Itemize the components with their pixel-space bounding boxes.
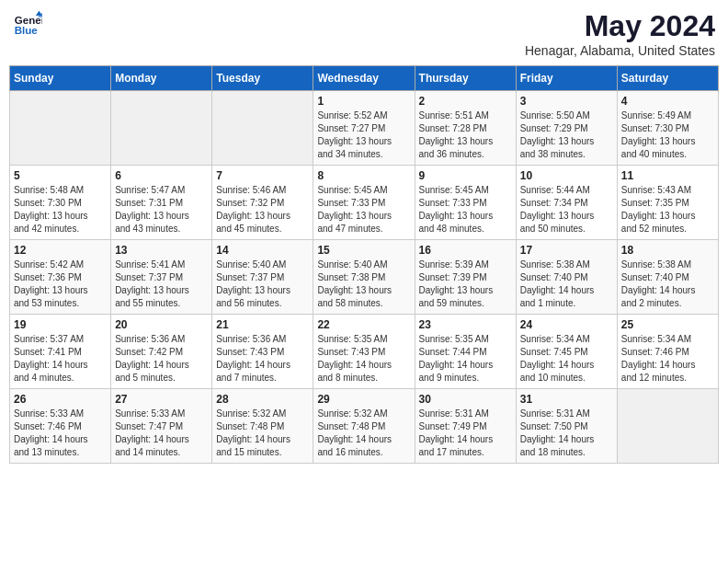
day-number: 16 xyxy=(419,244,512,257)
day-number: 19 xyxy=(14,318,107,331)
calendar-week-row: 19Sunrise: 5:37 AM Sunset: 7:41 PM Dayli… xyxy=(10,315,719,389)
day-number: 9 xyxy=(419,169,512,182)
calendar-cell: 29Sunrise: 5:32 AM Sunset: 7:48 PM Dayli… xyxy=(313,389,415,464)
calendar-cell: 9Sunrise: 5:45 AM Sunset: 7:33 PM Daylig… xyxy=(415,166,516,240)
day-info: Sunrise: 5:33 AM Sunset: 7:47 PM Dayligh… xyxy=(115,408,208,459)
day-info: Sunrise: 5:48 AM Sunset: 7:30 PM Dayligh… xyxy=(14,184,107,236)
day-number: 1 xyxy=(317,95,410,108)
day-number: 26 xyxy=(14,393,107,406)
day-info: Sunrise: 5:36 AM Sunset: 7:42 PM Dayligh… xyxy=(115,333,208,385)
calendar-cell: 31Sunrise: 5:31 AM Sunset: 7:50 PM Dayli… xyxy=(516,389,617,464)
day-info: Sunrise: 5:51 AM Sunset: 7:28 PM Dayligh… xyxy=(419,109,512,161)
day-number: 2 xyxy=(419,95,512,108)
day-number: 24 xyxy=(520,318,613,331)
day-info: Sunrise: 5:45 AM Sunset: 7:33 PM Dayligh… xyxy=(317,184,410,236)
day-info: Sunrise: 5:40 AM Sunset: 7:37 PM Dayligh… xyxy=(216,259,309,310)
calendar-cell: 3Sunrise: 5:50 AM Sunset: 7:29 PM Daylig… xyxy=(516,91,617,166)
title-block: May 2024 Henagar, Alabama, United States xyxy=(525,9,715,58)
calendar-cell: 7Sunrise: 5:46 AM Sunset: 7:32 PM Daylig… xyxy=(212,166,313,240)
day-number: 13 xyxy=(115,244,208,257)
svg-text:Blue: Blue xyxy=(15,25,39,36)
day-number: 5 xyxy=(14,169,107,182)
day-info: Sunrise: 5:45 AM Sunset: 7:33 PM Dayligh… xyxy=(419,184,512,236)
calendar-cell: 27Sunrise: 5:33 AM Sunset: 7:47 PM Dayli… xyxy=(111,389,212,464)
calendar-cell: 20Sunrise: 5:36 AM Sunset: 7:42 PM Dayli… xyxy=(111,315,212,389)
day-number: 11 xyxy=(621,169,714,182)
day-number: 8 xyxy=(317,169,410,182)
day-number: 15 xyxy=(317,244,410,257)
day-number: 18 xyxy=(621,244,714,257)
page-header: General Blue General Blue May 2024 Henag… xyxy=(9,9,719,58)
calendar-cell xyxy=(212,91,313,166)
calendar-cell: 5Sunrise: 5:48 AM Sunset: 7:30 PM Daylig… xyxy=(10,166,111,240)
calendar-week-row: 12Sunrise: 5:42 AM Sunset: 7:36 PM Dayli… xyxy=(10,240,719,315)
day-info: Sunrise: 5:32 AM Sunset: 7:48 PM Dayligh… xyxy=(216,408,309,459)
day-info: Sunrise: 5:40 AM Sunset: 7:38 PM Dayligh… xyxy=(317,259,410,310)
calendar-cell: 1Sunrise: 5:52 AM Sunset: 7:27 PM Daylig… xyxy=(313,91,415,166)
calendar-cell xyxy=(111,91,212,166)
day-info: Sunrise: 5:47 AM Sunset: 7:31 PM Dayligh… xyxy=(115,184,208,236)
calendar-header-row: SundayMondayTuesdayWednesdayThursdayFrid… xyxy=(10,66,719,91)
day-info: Sunrise: 5:49 AM Sunset: 7:30 PM Dayligh… xyxy=(621,109,714,161)
calendar-cell: 6Sunrise: 5:47 AM Sunset: 7:31 PM Daylig… xyxy=(111,166,212,240)
day-info: Sunrise: 5:32 AM Sunset: 7:48 PM Dayligh… xyxy=(317,408,410,459)
calendar-cell: 25Sunrise: 5:34 AM Sunset: 7:46 PM Dayli… xyxy=(617,315,718,389)
weekday-header: Tuesday xyxy=(212,66,313,91)
calendar-cell: 24Sunrise: 5:34 AM Sunset: 7:45 PM Dayli… xyxy=(516,315,617,389)
day-number: 25 xyxy=(621,318,714,331)
day-info: Sunrise: 5:31 AM Sunset: 7:49 PM Dayligh… xyxy=(419,408,512,459)
calendar-cell: 30Sunrise: 5:31 AM Sunset: 7:49 PM Dayli… xyxy=(415,389,516,464)
calendar-cell: 2Sunrise: 5:51 AM Sunset: 7:28 PM Daylig… xyxy=(415,91,516,166)
calendar-cell: 17Sunrise: 5:38 AM Sunset: 7:40 PM Dayli… xyxy=(516,240,617,315)
day-number: 30 xyxy=(419,393,512,406)
calendar-cell: 10Sunrise: 5:44 AM Sunset: 7:34 PM Dayli… xyxy=(516,166,617,240)
day-info: Sunrise: 5:34 AM Sunset: 7:46 PM Dayligh… xyxy=(621,333,714,385)
weekday-header: Saturday xyxy=(617,66,718,91)
day-info: Sunrise: 5:52 AM Sunset: 7:27 PM Dayligh… xyxy=(317,109,410,161)
weekday-header: Wednesday xyxy=(313,66,415,91)
day-number: 31 xyxy=(520,393,613,406)
calendar-week-row: 1Sunrise: 5:52 AM Sunset: 7:27 PM Daylig… xyxy=(10,91,719,166)
calendar-week-row: 5Sunrise: 5:48 AM Sunset: 7:30 PM Daylig… xyxy=(10,166,719,240)
day-number: 12 xyxy=(14,244,107,257)
day-number: 28 xyxy=(216,393,309,406)
calendar-cell: 15Sunrise: 5:40 AM Sunset: 7:38 PM Dayli… xyxy=(313,240,415,315)
day-number: 29 xyxy=(317,393,410,406)
day-number: 10 xyxy=(520,169,613,182)
day-number: 6 xyxy=(115,169,208,182)
weekday-header: Monday xyxy=(111,66,212,91)
calendar-cell: 28Sunrise: 5:32 AM Sunset: 7:48 PM Dayli… xyxy=(212,389,313,464)
calendar-cell: 21Sunrise: 5:36 AM Sunset: 7:43 PM Dayli… xyxy=(212,315,313,389)
calendar-week-row: 26Sunrise: 5:33 AM Sunset: 7:46 PM Dayli… xyxy=(10,389,719,464)
day-info: Sunrise: 5:38 AM Sunset: 7:40 PM Dayligh… xyxy=(520,259,613,310)
calendar-cell: 19Sunrise: 5:37 AM Sunset: 7:41 PM Dayli… xyxy=(10,315,111,389)
location: Henagar, Alabama, United States xyxy=(525,43,715,58)
day-number: 14 xyxy=(216,244,309,257)
calendar-cell xyxy=(10,91,111,166)
day-info: Sunrise: 5:43 AM Sunset: 7:35 PM Dayligh… xyxy=(621,184,714,236)
day-number: 4 xyxy=(621,95,714,108)
day-info: Sunrise: 5:46 AM Sunset: 7:32 PM Dayligh… xyxy=(216,184,309,236)
month-year: May 2024 xyxy=(525,9,715,43)
day-number: 21 xyxy=(216,318,309,331)
calendar-cell: 23Sunrise: 5:35 AM Sunset: 7:44 PM Dayli… xyxy=(415,315,516,389)
logo: General Blue General Blue xyxy=(13,9,42,39)
day-info: Sunrise: 5:38 AM Sunset: 7:40 PM Dayligh… xyxy=(621,259,714,310)
day-info: Sunrise: 5:33 AM Sunset: 7:46 PM Dayligh… xyxy=(14,408,107,459)
day-info: Sunrise: 5:34 AM Sunset: 7:45 PM Dayligh… xyxy=(520,333,613,385)
day-info: Sunrise: 5:37 AM Sunset: 7:41 PM Dayligh… xyxy=(14,333,107,385)
day-info: Sunrise: 5:44 AM Sunset: 7:34 PM Dayligh… xyxy=(520,184,613,236)
calendar-cell: 4Sunrise: 5:49 AM Sunset: 7:30 PM Daylig… xyxy=(617,91,718,166)
day-info: Sunrise: 5:31 AM Sunset: 7:50 PM Dayligh… xyxy=(520,408,613,459)
calendar-cell: 16Sunrise: 5:39 AM Sunset: 7:39 PM Dayli… xyxy=(415,240,516,315)
day-number: 7 xyxy=(216,169,309,182)
day-info: Sunrise: 5:36 AM Sunset: 7:43 PM Dayligh… xyxy=(216,333,309,385)
calendar-table: SundayMondayTuesdayWednesdayThursdayFrid… xyxy=(9,65,719,464)
weekday-header: Sunday xyxy=(10,66,111,91)
calendar-cell: 14Sunrise: 5:40 AM Sunset: 7:37 PM Dayli… xyxy=(212,240,313,315)
calendar-cell: 18Sunrise: 5:38 AM Sunset: 7:40 PM Dayli… xyxy=(617,240,718,315)
day-info: Sunrise: 5:41 AM Sunset: 7:37 PM Dayligh… xyxy=(115,259,208,310)
calendar-cell: 26Sunrise: 5:33 AM Sunset: 7:46 PM Dayli… xyxy=(10,389,111,464)
day-number: 27 xyxy=(115,393,208,406)
day-info: Sunrise: 5:50 AM Sunset: 7:29 PM Dayligh… xyxy=(520,109,613,161)
